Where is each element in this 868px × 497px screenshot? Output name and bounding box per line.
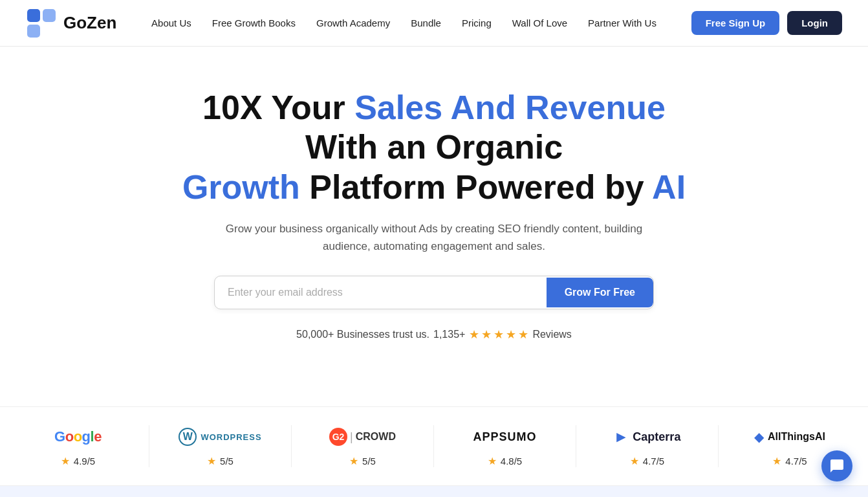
email-input[interactable] bbox=[215, 276, 547, 309]
chat-bubble-button[interactable] bbox=[821, 450, 852, 481]
capterra-star: ★ bbox=[630, 455, 639, 467]
nav-free-growth-books[interactable]: Free Growth Books bbox=[212, 17, 296, 28]
trust-text-suffix: Reviews bbox=[532, 329, 571, 340]
rating-capterra: ► Capterra ★ 4.7/5 bbox=[576, 425, 719, 467]
email-signup-form: Grow For Free bbox=[214, 276, 654, 309]
svg-rect-1 bbox=[27, 25, 40, 38]
nav-bundle[interactable]: Bundle bbox=[411, 17, 441, 28]
brand-logo[interactable]: GoZen bbox=[26, 8, 116, 39]
allthingsai-score: ★ 4.7/5 bbox=[772, 455, 807, 467]
hero-subtext: Grow your business organically without A… bbox=[214, 220, 654, 255]
ratings-strip: Google ★ 4.9/5 W WordPress ★ 5/5 G2 | CR… bbox=[0, 406, 868, 486]
nav-links: About Us Free Growth Books Growth Academ… bbox=[151, 17, 656, 28]
hero-section: 10X Your Sales And Revenue With an Organ… bbox=[143, 47, 725, 406]
trust-text-prefix: 50,000+ Businesses trust us. bbox=[296, 329, 429, 340]
rating-google: Google ★ 4.9/5 bbox=[7, 425, 149, 467]
capterra-score: ★ 4.7/5 bbox=[630, 455, 664, 467]
appsumo-star: ★ bbox=[488, 455, 497, 467]
star-1: ★ bbox=[469, 327, 479, 342]
appsumo-logo: APPSUMO bbox=[473, 425, 536, 448]
g2-text: CROWD bbox=[356, 431, 396, 443]
capterra-text: Capterra bbox=[633, 430, 680, 444]
star-4: ★ bbox=[506, 327, 516, 342]
google-rating-value: 4.9/5 bbox=[74, 456, 95, 467]
rating-wordpress: W WordPress ★ 5/5 bbox=[149, 425, 292, 467]
gozen-logo-icon bbox=[26, 8, 57, 39]
rating-appsumo: APPSUMO ★ 4.8/5 bbox=[434, 425, 576, 467]
allthingsai-diamond-icon: ◆ bbox=[754, 429, 764, 445]
capterra-logo: ► Capterra bbox=[614, 425, 681, 448]
wp-rating-value: 5/5 bbox=[220, 456, 233, 467]
hero-headline: 10X Your Sales And Revenue With an Organ… bbox=[169, 88, 699, 207]
star-2: ★ bbox=[481, 327, 492, 342]
grow-for-free-button[interactable]: Grow For Free bbox=[547, 278, 653, 307]
login-button[interactable]: Login bbox=[787, 11, 842, 35]
trust-count: 1,135+ bbox=[433, 329, 465, 340]
appsumo-rating-value: 4.8/5 bbox=[501, 456, 522, 467]
google-star: ★ bbox=[61, 455, 70, 467]
products-section: Our Products bbox=[0, 486, 868, 497]
star-5: ★ bbox=[518, 327, 528, 342]
wp-circle-icon: W bbox=[179, 428, 197, 446]
star-3: ★ bbox=[494, 327, 504, 342]
headline-highlight: Sales And Revenue bbox=[354, 89, 666, 126]
allthingsai-text: AllThingsAI bbox=[768, 431, 825, 443]
nav-actions: Free Sign Up Login bbox=[691, 11, 842, 35]
svg-rect-2 bbox=[43, 9, 56, 22]
allthingsai-star: ★ bbox=[772, 455, 781, 467]
allthingsai-logo: ◆ AllThingsAI bbox=[754, 425, 825, 448]
trust-stars: ★ ★ ★ ★ ★ bbox=[469, 327, 528, 342]
g2crowd-logo: G2 | CROWD bbox=[329, 425, 396, 448]
free-signup-button[interactable]: Free Sign Up bbox=[691, 11, 780, 35]
svg-rect-0 bbox=[27, 9, 40, 22]
headline-middle: With an Organic bbox=[305, 128, 563, 166]
chat-icon bbox=[829, 458, 845, 474]
nav-wall-of-love[interactable]: Wall Of Love bbox=[512, 17, 567, 28]
wp-star: ★ bbox=[207, 455, 216, 467]
rating-g2crowd: G2 | CROWD ★ 5/5 bbox=[292, 425, 434, 467]
headline-highlight2: Growth bbox=[182, 168, 300, 206]
nav-growth-academy[interactable]: Growth Academy bbox=[316, 17, 390, 28]
capterra-arrow-icon: ► bbox=[614, 428, 629, 446]
brand-name: GoZen bbox=[63, 13, 116, 33]
g2-star: ★ bbox=[349, 455, 358, 467]
wp-text: WordPress bbox=[201, 432, 261, 442]
google-logo: Google bbox=[54, 425, 102, 448]
trust-badge: 50,000+ Businesses trust us. 1,135+ ★ ★ … bbox=[169, 327, 699, 342]
g2crowd-score: ★ 5/5 bbox=[349, 455, 376, 467]
headline-suffix: Platform Powered by bbox=[300, 168, 652, 206]
google-score: ★ 4.9/5 bbox=[61, 455, 95, 467]
headline-ai: AI bbox=[652, 168, 686, 206]
nav-about-us[interactable]: About Us bbox=[151, 17, 191, 28]
g2-rating-value: 5/5 bbox=[362, 456, 376, 467]
capterra-rating-value: 4.7/5 bbox=[643, 456, 664, 467]
g2-badge-icon: G2 bbox=[329, 428, 347, 446]
navbar: GoZen About Us Free Growth Books Growth … bbox=[0, 0, 868, 47]
allthingsai-rating-value: 4.7/5 bbox=[785, 456, 807, 467]
wordpress-logo: W WordPress bbox=[179, 425, 261, 448]
wordpress-score: ★ 5/5 bbox=[207, 455, 233, 467]
nav-pricing[interactable]: Pricing bbox=[462, 17, 492, 28]
nav-partner-with-us[interactable]: Partner With Us bbox=[588, 17, 656, 28]
headline-prefix: 10X Your bbox=[202, 89, 354, 126]
appsumo-score: ★ 4.8/5 bbox=[488, 455, 522, 467]
